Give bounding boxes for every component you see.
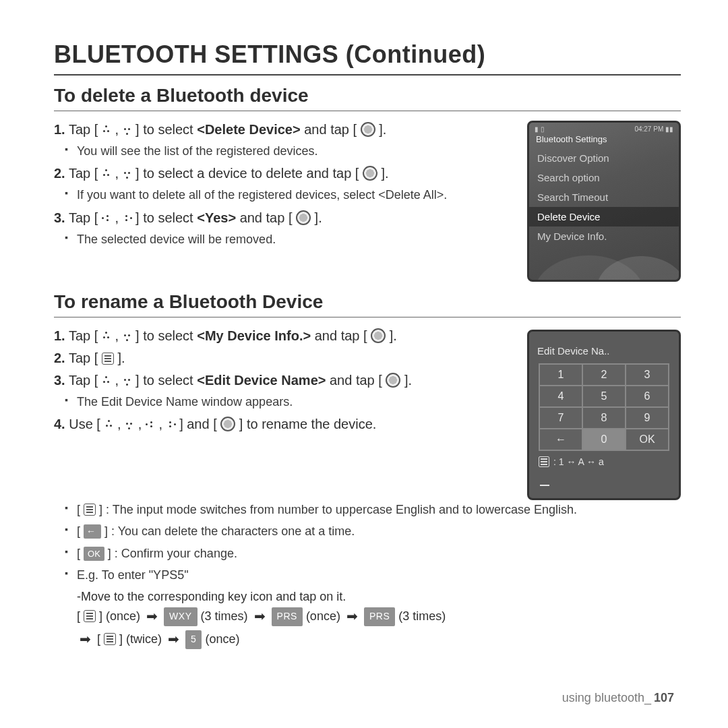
key-chip-5: 5 bbox=[185, 630, 202, 649]
down-icon bbox=[125, 420, 134, 429]
down-icon bbox=[123, 376, 132, 386]
delete-step-2-note: If you want to delete all of the registe… bbox=[77, 187, 514, 203]
select-button-icon bbox=[386, 373, 400, 388]
delete-steps-column: 1. Tap [ , ] to select <Delete Device> a… bbox=[54, 121, 514, 253]
select-button-icon bbox=[371, 328, 386, 343]
device-screenshot-bluetooth-settings: ▮ ▯ 04:27 PM ▮▮ Bluetooth Settings Disco… bbox=[527, 121, 681, 282]
rename-note-mode: [ ] : The input mode switches from numbe… bbox=[77, 502, 681, 518]
key-ok: OK bbox=[626, 429, 669, 450]
up-icon bbox=[102, 125, 111, 135]
delete-step-3: 3. Tap [ , ] to select <Yes> and tap [ ]… bbox=[54, 209, 514, 227]
rename-example-intro: E.g. To enter "YPS5" bbox=[77, 567, 681, 583]
section-rename-heading: To rename a Bluetooth Device bbox=[54, 291, 681, 313]
delete-step-1: 1. Tap [ , ] to select <Delete Device> a… bbox=[54, 121, 514, 139]
key-5: 5 bbox=[582, 386, 626, 407]
section-delete-heading: To delete a Bluetooth device bbox=[54, 85, 681, 107]
rename-example-move: -Move to the corresponding key icon and … bbox=[77, 588, 681, 605]
select-button-icon bbox=[361, 122, 375, 137]
arrow-right-icon: ➡ bbox=[80, 628, 91, 650]
device-title: Bluetooth Settings bbox=[529, 133, 679, 148]
select-button-icon bbox=[296, 210, 311, 225]
page-title: BLUETOOTH SETTINGS (Continued) bbox=[54, 40, 681, 69]
key-3: 3 bbox=[626, 364, 669, 386]
key-4: 4 bbox=[539, 386, 582, 407]
up-icon bbox=[102, 376, 111, 386]
rename-step-3-note: The Edit Device Name window appears. bbox=[77, 394, 514, 410]
arrow-right-icon: ➡ bbox=[146, 605, 158, 628]
menu-icon bbox=[84, 610, 96, 622]
select-button-icon bbox=[220, 417, 235, 431]
delete-step-3-note: The selected device will be removed. bbox=[77, 231, 514, 247]
rename-note-ok: [ OK ] : Confirm your change. bbox=[77, 545, 681, 562]
device-row-search-option: Search option bbox=[529, 168, 679, 187]
right-icon bbox=[166, 420, 176, 429]
key-8: 8 bbox=[582, 407, 626, 429]
device2-input-cursor bbox=[539, 471, 669, 486]
title-rule bbox=[54, 74, 681, 75]
page-footer: using bluetooth_107 bbox=[562, 691, 674, 705]
up-icon bbox=[102, 332, 111, 341]
rename-step-2: 2. Tap [ ]. bbox=[54, 349, 514, 367]
arrow-right-icon: ➡ bbox=[168, 628, 179, 650]
device2-keypad: 1 2 3 4 5 6 7 8 9 ← 0 OK bbox=[539, 363, 669, 451]
rename-example-sequence-2: ➡ [ ] (twice) ➡ 5 (once) bbox=[77, 628, 681, 650]
down-icon bbox=[123, 332, 132, 341]
up-icon bbox=[104, 420, 114, 429]
device-screenshot-edit-name: Edit Device Na.. 1 2 3 4 5 6 7 8 9 bbox=[527, 330, 681, 500]
key-2: 2 bbox=[582, 364, 626, 386]
key-back: ← bbox=[539, 429, 582, 450]
rename-example-sequence-1: [ ] (once) ➡ WXY (3 times) ➡ PRS (once) … bbox=[77, 605, 681, 628]
device2-mode-bar: : 1 ↔ A ↔ a bbox=[539, 456, 669, 467]
select-button-icon bbox=[363, 166, 377, 181]
device2-title: Edit Device Na.. bbox=[529, 332, 679, 363]
device-row-search-timeout: Search Timeout bbox=[529, 187, 679, 207]
section-delete-rule bbox=[54, 111, 681, 111]
rename-steps-column: 1. Tap [ , ] to select <My Device Info.>… bbox=[54, 327, 514, 437]
arrow-right-icon: ➡ bbox=[254, 605, 266, 628]
menu-icon bbox=[102, 353, 114, 365]
arrow-right-icon: ➡ bbox=[346, 605, 358, 628]
key-1: 1 bbox=[539, 364, 582, 386]
rename-step-1: 1. Tap [ , ] to select <My Device Info.>… bbox=[54, 327, 514, 345]
menu-icon bbox=[104, 633, 116, 645]
device-row-my-device-info: My Device Info. bbox=[529, 226, 679, 246]
delete-step-1-note: You will see the list of the registered … bbox=[77, 143, 514, 159]
ok-chip-icon: OK bbox=[84, 547, 104, 562]
key-chip-wxy: WXY bbox=[164, 607, 197, 626]
device-row-delete-device: Delete Device bbox=[529, 207, 679, 226]
menu-icon bbox=[539, 456, 549, 467]
key-chip-prs: PRS bbox=[364, 607, 395, 626]
device-row-discover: Discover Option bbox=[529, 148, 679, 168]
key-chip-prs: PRS bbox=[272, 607, 303, 626]
key-6: 6 bbox=[626, 386, 669, 407]
right-icon bbox=[123, 214, 132, 223]
menu-icon bbox=[84, 504, 96, 516]
rename-step-3: 3. Tap [ , ] to select <Edit Device Name… bbox=[54, 371, 514, 390]
back-chip-icon: ← bbox=[84, 524, 101, 539]
key-0: 0 bbox=[582, 429, 626, 450]
key-7: 7 bbox=[539, 407, 582, 429]
rename-note-back: [ ← ] : You can delete the characters on… bbox=[77, 523, 681, 539]
delete-step-2: 2. Tap [ , ] to select a device to delet… bbox=[54, 164, 514, 183]
left-icon bbox=[146, 420, 155, 429]
down-icon bbox=[123, 125, 132, 135]
left-icon bbox=[102, 214, 111, 223]
rename-step-4: 4. Use [ , , , ] and [ ] to rename the d… bbox=[54, 415, 514, 433]
up-icon bbox=[102, 169, 111, 179]
down-icon bbox=[123, 169, 132, 179]
key-9: 9 bbox=[626, 407, 669, 429]
section-rename-rule bbox=[54, 317, 681, 317]
